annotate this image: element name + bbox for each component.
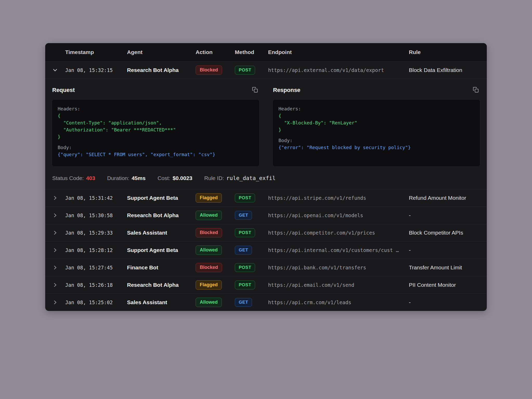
chevron-right-icon[interactable]: [52, 282, 58, 288]
log-timestamp: Jan 08, 15:27:45: [65, 265, 127, 270]
log-agent: Support Agent Beta: [127, 247, 196, 253]
column-header-method: Method: [235, 49, 268, 55]
log-row[interactable]: Jan 08, 15:28:12 Support Agent Beta Allo…: [45, 241, 487, 259]
column-header-endpoint: Endpoint: [268, 49, 409, 55]
log-endpoint: https://api.internal.com/v1/customers/cu…: [268, 247, 409, 253]
log-detail-section: Request Headers: { "Content-Type": "appl…: [45, 79, 487, 189]
log-timestamp: Jan 08, 15:25:02: [65, 300, 127, 305]
chevron-right-icon[interactable]: [52, 247, 58, 253]
cost-value: $0.0023: [172, 175, 192, 181]
method-badge: POST: [235, 281, 255, 289]
action-badge: Flagged: [196, 280, 222, 290]
chevron-right-icon[interactable]: [52, 265, 58, 270]
log-timestamp: Jan 08, 15:31:42: [65, 195, 127, 201]
column-header-timestamp: Timestamp: [65, 49, 127, 55]
action-badge: Blocked: [196, 228, 222, 237]
request-body-json: {"query": "SELECT * FROM users", "export…: [58, 151, 254, 158]
copy-response-button[interactable]: [472, 86, 480, 95]
request-body-label: Body:: [58, 144, 254, 151]
log-endpoint: https://api.stripe.com/v1/refunds: [268, 195, 409, 201]
chevron-right-icon[interactable]: [52, 230, 58, 236]
chevron-right-icon[interactable]: [52, 212, 58, 218]
log-rule: Block Data Exfiltration: [409, 67, 487, 73]
log-agent: Sales Assistant: [127, 230, 196, 236]
method-badge: GET: [235, 298, 252, 307]
log-endpoint: https://api.crm.com/v1/leads: [268, 300, 409, 305]
status-code-value: 403: [86, 175, 95, 181]
rule-id-label: Rule ID:: [204, 175, 224, 181]
request-code-block: Headers: { "Content-Type": "application/…: [52, 99, 260, 167]
response-headers-json: { "X-Blocked-By": "RenLayer" }: [278, 112, 474, 133]
log-agent: Research Bot Alpha: [127, 67, 196, 73]
column-header-action: Action: [196, 49, 235, 55]
log-rule: Block Competitor APIs: [409, 230, 487, 236]
rule-id-value: rule_data_exfil: [226, 175, 276, 181]
column-header-rule: Rule: [409, 49, 487, 55]
log-rule: -: [409, 247, 487, 253]
chevron-right-icon[interactable]: [52, 300, 58, 305]
log-timestamp: Jan 08, 15:26:18: [65, 282, 127, 288]
log-endpoint: https://api.external.com/v1/data/export: [268, 67, 409, 73]
request-detail: Request Headers: { "Content-Type": "appl…: [52, 86, 260, 167]
chevron-right-icon[interactable]: [52, 195, 58, 201]
copy-icon: [473, 87, 479, 94]
log-row[interactable]: Jan 08, 15:30:58 Research Bot Alpha Allo…: [45, 207, 487, 224]
request-title: Request: [52, 87, 75, 94]
request-meta-row: Status Code: 403 Duration: 45ms Cost: $0…: [52, 175, 480, 181]
log-row[interactable]: Jan 08, 15:26:18 Research Bot Alpha Flag…: [45, 276, 487, 294]
action-badge: Flagged: [196, 193, 222, 203]
log-rule: -: [409, 299, 487, 305]
log-timestamp: Jan 08, 15:28:12: [65, 247, 127, 253]
log-endpoint: https://api.email.com/v1/send: [268, 282, 409, 288]
method-badge: POST: [235, 228, 255, 237]
log-row[interactable]: Jan 08, 15:31:42 Support Agent Beta Flag…: [45, 189, 487, 207]
response-code-block: Headers: { "X-Blocked-By": "RenLayer" } …: [272, 99, 480, 167]
method-badge: GET: [235, 246, 252, 254]
response-headers-label: Headers:: [278, 105, 474, 112]
request-headers-label: Headers:: [58, 105, 254, 112]
log-rule: Refund Amount Monitor: [409, 195, 487, 201]
chevron-down-icon[interactable]: [52, 67, 58, 73]
column-header-agent: Agent: [127, 49, 196, 55]
action-badge: Blocked: [196, 65, 222, 75]
log-row[interactable]: Jan 08, 15:25:02 Sales Assistant Allowed…: [45, 294, 487, 311]
copy-request-button[interactable]: [251, 86, 259, 95]
log-rule: PII Content Monitor: [409, 282, 487, 288]
method-badge: POST: [235, 263, 255, 272]
request-headers-json: { "Content-Type": "application/json", "A…: [58, 112, 254, 140]
log-agent: Sales Assistant: [127, 299, 196, 305]
log-row[interactable]: Jan 08, 15:29:33 Sales Assistant Blocked…: [45, 224, 487, 241]
log-endpoint: https://api.competitor.com/v1/prices: [268, 230, 409, 236]
log-agent: Research Bot Alpha: [127, 212, 196, 218]
duration-label: Duration:: [107, 175, 129, 181]
status-code-label: Status Code:: [52, 175, 84, 181]
agent-request-log-panel: Timestamp Agent Action Method Endpoint R…: [45, 43, 487, 311]
log-row-expanded[interactable]: Jan 08, 15:32:15 Research Bot Alpha Bloc…: [45, 61, 487, 79]
duration-value: 45ms: [132, 175, 146, 181]
log-rule: Transfer Amount Limit: [409, 264, 487, 271]
method-badge: POST: [235, 194, 255, 202]
log-timestamp: Jan 08, 15:32:15: [65, 67, 127, 73]
response-body-json: {"error": "Request blocked by security p…: [278, 144, 474, 151]
log-endpoint: https://api.bank.com/v1/transfers: [268, 265, 409, 270]
response-body-label: Body:: [278, 137, 474, 144]
cost-label: Cost:: [157, 175, 170, 181]
copy-icon: [252, 87, 258, 94]
log-agent: Finance Bot: [127, 264, 196, 271]
table-header-row: Timestamp Agent Action Method Endpoint R…: [45, 43, 487, 61]
method-badge: POST: [235, 66, 255, 74]
log-timestamp: Jan 08, 15:30:58: [65, 212, 127, 218]
method-badge: GET: [235, 211, 252, 220]
log-agent: Research Bot Alpha: [127, 282, 196, 288]
log-agent: Support Agent Beta: [127, 195, 196, 201]
response-detail: Response Headers: { "X-Blocked-By": "Ren…: [272, 86, 480, 167]
response-title: Response: [273, 87, 300, 94]
log-endpoint: https://api.openai.com/v1/models: [268, 212, 409, 218]
action-badge: Allowed: [196, 298, 222, 307]
action-badge: Allowed: [196, 245, 222, 255]
action-badge: Allowed: [196, 211, 222, 220]
log-row[interactable]: Jan 08, 15:27:45 Finance Bot Blocked POS…: [45, 259, 487, 276]
action-badge: Blocked: [196, 263, 222, 272]
log-rule: -: [409, 212, 487, 218]
log-timestamp: Jan 08, 15:29:33: [65, 230, 127, 236]
